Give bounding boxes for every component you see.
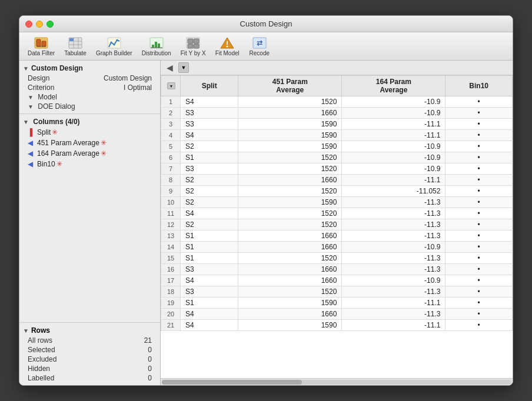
cell-bin10: • [445, 108, 513, 119]
col-split[interactable]: ▐ Split ✳ [19, 127, 160, 138]
col-164-label: 164 Param Average [37, 149, 99, 158]
close-button[interactable] [25, 21, 32, 28]
selected-value: 0 [148, 346, 152, 354]
cell-rownum: 6 [161, 152, 181, 163]
data-table-container[interactable]: ▼ Split 451 ParamAverage 164 ParamAverag… [161, 75, 513, 378]
col-header-451[interactable]: 451 ParamAverage [238, 76, 342, 96]
table-row: 8S21660-11.1• [161, 175, 513, 186]
minimize-button[interactable] [36, 21, 43, 28]
cell-split: S3 [181, 108, 238, 119]
cell-164: -10.9 [342, 152, 445, 163]
cell-bin10: • [445, 163, 513, 175]
164-asterisk: ✳ [101, 149, 107, 158]
cell-split: S1 [181, 253, 238, 264]
cell-rownum: 15 [161, 253, 181, 264]
col-header-bin10[interactable]: Bin10 [445, 76, 513, 96]
hidden-value: 0 [148, 365, 152, 373]
columns-triangle-icon: ▼ [23, 119, 29, 125]
cell-bin10: • [445, 286, 513, 298]
cell-451: 1660 [238, 264, 342, 275]
cell-451: 1590 [238, 141, 342, 152]
data-filter-button[interactable]: Data Filter [24, 35, 58, 58]
titlebar: Custom Design [19, 16, 513, 32]
recode-icon: ⇄ [251, 36, 268, 50]
cell-split: S2 [181, 197, 238, 208]
recode-button[interactable]: ⇄ Recode [245, 35, 274, 58]
scrollbar-thumb[interactable] [162, 380, 302, 385]
scrollbar-track [162, 380, 511, 385]
cell-451: 1520 [238, 208, 342, 219]
cell-164: -11.1 [342, 320, 445, 331]
horizontal-scrollbar[interactable] [161, 378, 513, 385]
cell-split: S1 [181, 298, 238, 309]
cell-164: -11.3 [342, 286, 445, 298]
svg-rect-15 [152, 45, 154, 48]
cell-451: 1590 [238, 130, 342, 141]
back-button[interactable]: ◀ [163, 62, 176, 73]
cell-451: 1660 [238, 230, 342, 242]
cell-164: -11.3 [342, 264, 445, 275]
table-row: 18S31520-11.3• [161, 286, 513, 298]
maximize-button[interactable] [46, 21, 54, 28]
col-header-164[interactable]: 164 ParamAverage [342, 76, 445, 96]
fit-y-by-x-button[interactable]: Fit Y by X [177, 35, 210, 58]
col-header-rownum[interactable]: ▼ [161, 76, 181, 96]
custom-design-header[interactable]: ▼ Custom Design [19, 63, 160, 73]
columns-section: ▼ Columns (4/0) ▐ Split ✳ ◀ 451 Param Av… [19, 114, 160, 323]
col-451-param[interactable]: ◀ 451 Param Average ✳ [19, 138, 160, 148]
tabulate-button[interactable]: Tabulate [61, 35, 90, 58]
rows-section: ▼ Rows All rows 21 Selected 0 Excluded 0… [19, 323, 160, 385]
col-bin10-label: Bin10 [37, 160, 55, 168]
col-header-split[interactable]: Split [181, 76, 238, 96]
table-row: 7S31520-10.9• [161, 163, 513, 175]
criterion-value: I Optimal [124, 83, 152, 92]
fit-model-icon [219, 36, 235, 50]
fit-model-button[interactable]: Fit Model [212, 35, 243, 58]
custom-design-section: ▼ Custom Design Design Custom Design Cri… [19, 61, 160, 114]
distribution-label: Distribution [142, 50, 171, 56]
cell-split: S4 [181, 275, 238, 286]
cell-451: 1520 [238, 163, 342, 175]
table-dropdown[interactable]: ▼ [178, 62, 189, 73]
cell-bin10: • [445, 275, 513, 286]
cell-split: S1 [181, 230, 238, 242]
cell-rownum: 5 [161, 141, 181, 152]
selected-row: Selected 0 [19, 345, 160, 355]
cell-164: -11.3 [342, 230, 445, 242]
distribution-button[interactable]: Distribution [138, 35, 175, 58]
cell-451: 1520 [238, 152, 342, 163]
451-asterisk: ✳ [101, 139, 107, 147]
doe-dialog-link[interactable]: ▼ DOE Dialog [19, 102, 160, 111]
graph-builder-button[interactable]: Graph Builder [92, 35, 136, 58]
dropdown-col-indicator[interactable]: ▼ [166, 82, 175, 89]
col-bin10[interactable]: ◀ Bin10 ✳ [19, 159, 160, 169]
table-row: 9S21520-11.052• [161, 186, 513, 197]
model-link[interactable]: ▼ Model [19, 92, 160, 102]
table-row: 5S21590-10.9• [161, 141, 513, 152]
data-filter-label: Data Filter [28, 50, 55, 56]
cell-rownum: 13 [161, 230, 181, 242]
cell-164: -10.9 [342, 242, 445, 253]
rows-header[interactable]: ▼ Rows [19, 325, 160, 336]
cell-451: 1520 [238, 186, 342, 197]
cell-451: 1660 [238, 309, 342, 320]
cell-451: 1590 [238, 119, 342, 130]
svg-point-12 [113, 44, 115, 46]
svg-rect-22 [188, 44, 193, 48]
cell-split: S2 [181, 141, 238, 152]
col-164-param[interactable]: ◀ 164 Param Average ✳ [19, 148, 160, 159]
cell-rownum: 11 [161, 208, 181, 219]
bar-icon: ▐ [25, 128, 35, 136]
svg-rect-9 [69, 38, 74, 41]
cell-split: S4 [181, 130, 238, 141]
svg-rect-2 [42, 41, 46, 46]
cell-split: S4 [181, 309, 238, 320]
distribution-icon [148, 36, 165, 50]
rows-title: Rows [31, 326, 50, 335]
all-rows-label: All rows [28, 336, 52, 345]
cell-451: 1520 [238, 253, 342, 264]
cell-rownum: 16 [161, 264, 181, 275]
columns-title: Columns (4/0) [33, 118, 79, 126]
columns-header[interactable]: ▼ Columns (4/0) [19, 116, 160, 127]
cell-split: S2 [181, 175, 238, 186]
